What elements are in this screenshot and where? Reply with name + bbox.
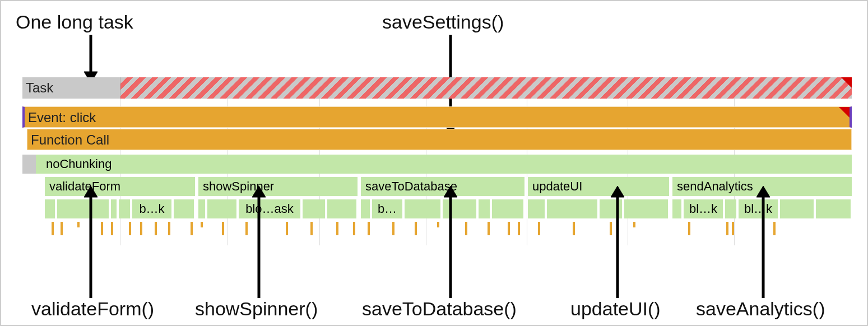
- no-chunking-label: noChunking: [46, 157, 112, 171]
- no-chunking-bar[interactable]: noChunking: [41, 155, 852, 174]
- event-click-label: Event: click: [28, 110, 96, 125]
- fn-update-ui[interactable]: updateUI: [528, 177, 669, 196]
- sub-block[interactable]: bl…k: [684, 199, 723, 218]
- fn-label: sendAnalytics: [677, 179, 753, 193]
- svg-marker-4: [84, 186, 98, 197]
- svg-marker-8: [444, 186, 457, 197]
- tick-row: [22, 221, 852, 243]
- sub-block[interactable]: [405, 199, 440, 218]
- sub-block[interactable]: [119, 199, 130, 218]
- arrow-up-icon: [80, 186, 102, 298]
- sub-block[interactable]: b…: [372, 199, 402, 218]
- sub-block[interactable]: [361, 199, 370, 218]
- sub-block[interactable]: [528, 199, 545, 218]
- arrow-up-icon: [439, 186, 462, 298]
- sub-block[interactable]: [479, 199, 490, 218]
- sub-block[interactable]: [725, 199, 736, 218]
- sub-block[interactable]: [198, 199, 205, 218]
- fn-label: updateUI: [532, 179, 582, 193]
- sub-block[interactable]: [624, 199, 668, 218]
- annotation-long-task: One long task: [16, 11, 133, 33]
- arrow-down-icon: [80, 35, 102, 84]
- event-click-bar[interactable]: Event: click: [22, 106, 852, 128]
- annotation-show-spinner: showSpinner(): [195, 298, 318, 320]
- svg-marker-10: [611, 186, 624, 197]
- svg-marker-12: [756, 186, 770, 197]
- annotation-save-settings: saveSettings(): [382, 11, 504, 33]
- sub-block[interactable]: [816, 199, 851, 218]
- task-bar-label: Task: [26, 77, 53, 99]
- sub-block[interactable]: [45, 199, 55, 218]
- sub-block[interactable]: [547, 199, 597, 218]
- task-long-stripe[interactable]: [120, 77, 852, 99]
- no-chunking-row[interactable]: noChunking: [22, 155, 852, 174]
- annotation-validate-form: validateForm(): [31, 298, 154, 320]
- annotation-save-to-database: saveToDatabase(): [362, 298, 517, 320]
- flame-chart[interactable]: Task Event: click Function Call noChunki…: [22, 77, 852, 245]
- sub-block[interactable]: [492, 199, 523, 218]
- sub-block[interactable]: b…k: [132, 199, 171, 218]
- sub-block[interactable]: [303, 199, 325, 218]
- sub-block[interactable]: [672, 199, 681, 218]
- event-warning-triangle-icon: [839, 107, 850, 118]
- sub-block[interactable]: [207, 199, 236, 218]
- function-call-label: Function Call: [31, 132, 109, 147]
- annotation-save-analytics: saveAnalytics(): [696, 298, 825, 320]
- sub-block[interactable]: [327, 199, 356, 218]
- gray-sliver: [22, 155, 36, 174]
- arrow-up-icon: [752, 186, 774, 298]
- fn-validate-form[interactable]: validateForm: [45, 177, 195, 196]
- sub-block[interactable]: [174, 199, 194, 218]
- arrow-up-icon: [606, 186, 629, 298]
- fn-show-spinner[interactable]: showSpinner: [198, 177, 358, 196]
- sub-block[interactable]: [111, 199, 117, 218]
- task-warning-triangle-icon: [841, 77, 852, 88]
- arrow-up-icon: [248, 186, 270, 298]
- function-call-bar[interactable]: Function Call: [27, 129, 852, 150]
- sub-block[interactable]: [780, 199, 814, 218]
- annotation-update-ui: updateUI(): [570, 298, 661, 320]
- svg-marker-6: [252, 186, 266, 197]
